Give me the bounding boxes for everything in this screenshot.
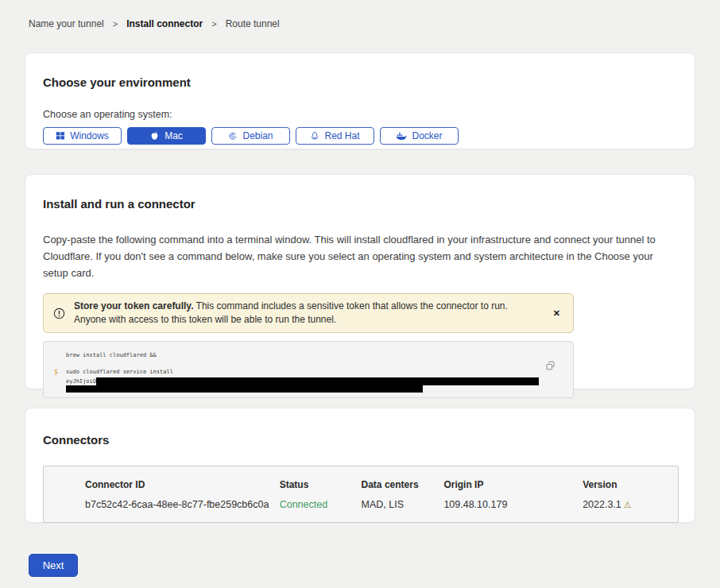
- breadcrumb-install-connector[interactable]: Install connector: [126, 18, 203, 29]
- close-icon[interactable]: ✕: [550, 307, 563, 320]
- os-button-label: Docker: [412, 130, 442, 141]
- windows-icon: [56, 131, 65, 141]
- status-badge: Connected: [280, 499, 362, 510]
- connectors-card-title: Connectors: [43, 433, 677, 447]
- choose-environment-card: Choose your environment Choose an operat…: [25, 52, 695, 149]
- install-connector-card: Install and run a connector Copy-paste t…: [25, 174, 695, 389]
- version-value: 2022.3.1⚠: [583, 499, 678, 510]
- tunnel-setup-page: Name your tunnel > Install connector > R…: [0, 0, 720, 588]
- terminal-token-line: eyJhIjoiO: [66, 377, 573, 385]
- os-button-label: Red Hat: [324, 130, 359, 141]
- redacted-token-bar-1: [96, 377, 539, 385]
- alert-circle-icon: [53, 308, 65, 319]
- breadcrumb-separator: >: [113, 19, 118, 29]
- debian-icon: [228, 131, 238, 141]
- os-button-label: Windows: [70, 130, 109, 141]
- install-card-title: Install and run a connector: [43, 197, 677, 211]
- terminal-line-sudo: sudo cloudflared service install: [66, 369, 573, 376]
- col-header-origin-ip: Origin IP: [443, 479, 583, 490]
- os-button-group: Windows Mac Debian Red Hat: [43, 127, 677, 145]
- breadcrumb-separator: >: [211, 19, 216, 29]
- token-prefix: eyJhIjoiO: [66, 378, 96, 385]
- environment-card-title: Choose your environment: [43, 75, 677, 89]
- col-header-data-centers: Data centers: [362, 479, 444, 490]
- origin-ip-value: 109.48.10.179: [443, 499, 583, 510]
- os-select-label: Choose an operating system:: [43, 109, 677, 120]
- next-button[interactable]: Next: [29, 554, 78, 577]
- docker-icon: [396, 132, 407, 141]
- version-number: 2022.3.1: [583, 499, 621, 510]
- connectors-table-header: Connector ID Status Data centers Origin …: [85, 479, 678, 490]
- os-button-debian[interactable]: Debian: [211, 127, 290, 145]
- connectors-table: Connector ID Status Data centers Origin …: [43, 466, 679, 523]
- col-header-connector-id: Connector ID: [85, 479, 280, 490]
- copy-icon[interactable]: [545, 361, 555, 373]
- os-button-docker[interactable]: Docker: [380, 127, 459, 145]
- install-description: Copy-paste the following command into a …: [43, 231, 674, 281]
- os-button-windows[interactable]: Windows: [43, 127, 122, 145]
- os-button-label: Debian: [242, 130, 273, 141]
- col-header-version: Version: [583, 479, 678, 490]
- install-command-terminal: brew install cloudflared && $ sudo cloud…: [43, 341, 574, 398]
- breadcrumb-route-tunnel[interactable]: Route tunnel: [226, 18, 280, 29]
- redhat-icon: [310, 131, 319, 141]
- col-header-status: Status: [280, 479, 362, 490]
- os-button-redhat[interactable]: Red Hat: [296, 127, 374, 145]
- breadcrumb: Name your tunnel > Install connector > R…: [29, 18, 280, 29]
- version-warning-icon: ⚠: [624, 500, 632, 509]
- connector-id-value: b7c52c42-6caa-48ee-8c77-fbe259cb6c0a: [85, 499, 280, 510]
- breadcrumb-name-your-tunnel[interactable]: Name your tunnel: [29, 18, 104, 29]
- token-warning-bold: Store your token carefully.: [74, 300, 194, 311]
- connectors-card: Connectors Connector ID Status Data cent…: [25, 408, 695, 523]
- terminal-prompt: $: [54, 369, 58, 376]
- redacted-token-bar-2: [66, 385, 423, 393]
- terminal-line-brew: brew install cloudflared &&: [66, 352, 573, 359]
- token-warning-text: Store your token carefully. This command…: [74, 300, 519, 327]
- os-button-label: Mac: [165, 130, 183, 141]
- apple-icon: [150, 131, 160, 141]
- token-warning-banner: Store your token carefully. This command…: [43, 293, 574, 333]
- data-centers-value: MAD, LIS: [362, 499, 444, 510]
- connector-table-row: b7c52c42-6caa-48ee-8c77-fbe259cb6c0a Con…: [85, 499, 678, 510]
- os-button-mac[interactable]: Mac: [127, 127, 206, 145]
